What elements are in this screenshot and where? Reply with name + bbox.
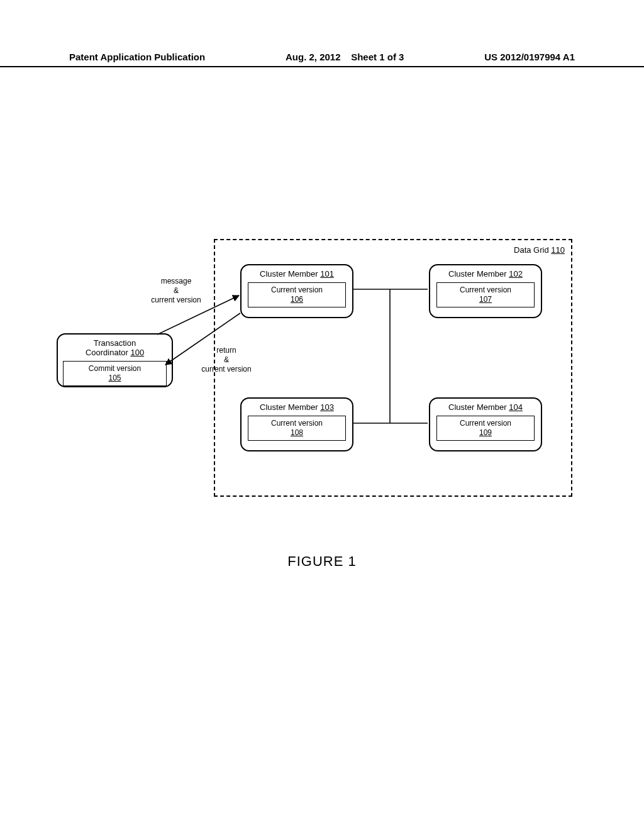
cluster-member-103-version-ref: 108 [291,428,303,437]
transaction-coordinator-commit-box: Commit version 105 [63,361,167,386]
transaction-coordinator-commit-text: Commit version [89,364,141,373]
cluster-member-102-title-text: Cluster Member [448,269,506,279]
edge-label-message-l3: current version [151,296,201,304]
cluster-member-102-ref: 102 [509,269,523,279]
transaction-coordinator-ref: 100 [130,348,144,357]
cluster-member-101-title-text: Cluster Member [260,269,318,279]
cluster-member-101-title: Cluster Member 101 [248,269,346,279]
data-grid-label-ref: 110 [551,245,565,255]
cluster-member-102-version-text: Current version [460,285,511,294]
cluster-member-102-title: Cluster Member 102 [436,269,535,279]
cluster-member-104-ref: 104 [509,402,523,412]
transaction-coordinator-commit-ref: 105 [108,374,121,382]
data-grid-label: Data Grid 110 [514,245,565,255]
edge-label-message: message & current version [138,277,214,305]
data-grid-label-text: Data Grid [514,245,549,255]
cluster-member-102: Cluster Member 102 Current version 107 [429,264,542,318]
transaction-coordinator-title-text2: Coordinator [86,348,131,357]
cluster-member-104-version-ref: 109 [479,428,492,437]
cluster-member-104-title: Cluster Member 104 [436,402,535,412]
cluster-member-101-ref: 101 [320,269,334,279]
page-header: Patent Application Publication Aug. 2, 2… [0,52,644,67]
edge-label-return: return & current version [189,346,264,374]
cluster-member-102-version-ref: 107 [479,295,492,304]
edge-label-message-l2: & [174,286,179,295]
cluster-member-104-version-box: Current version 109 [436,416,535,441]
header-sheet: Sheet 1 of 3 [351,52,404,62]
cluster-member-101-version-text: Current version [271,285,323,294]
transaction-coordinator-title: Transaction Coordinator 100 [63,338,167,357]
cluster-member-103-title: Cluster Member 103 [248,402,346,412]
cluster-member-104-title-text: Cluster Member [448,402,506,412]
edge-label-message-l1: message [161,277,192,285]
cluster-member-103: Cluster Member 103 Current version 108 [240,397,353,451]
figure-caption: FIGURE 1 [0,553,644,570]
cluster-member-102-version-box: Current version 107 [436,282,535,307]
edge-label-return-l2: & [224,355,229,364]
cluster-member-104-version-text: Current version [460,419,511,428]
transaction-coordinator: Transaction Coordinator 100 Commit versi… [57,333,173,387]
transaction-coordinator-title-text: Transaction [94,338,136,348]
cluster-member-101-version-ref: 106 [291,295,303,304]
cluster-member-103-title-text: Cluster Member [260,402,318,412]
patent-page: Patent Application Publication Aug. 2, 2… [0,0,644,830]
header-pubno: US 2012/0197994 A1 [484,52,575,62]
figure-1-diagram: Data Grid 110 Cluster Member 101 Current… [57,239,572,509]
header-publication-type: Patent Application Publication [69,52,205,62]
edge-label-return-l1: return [216,346,236,355]
cluster-member-104: Cluster Member 104 Current version 109 [429,397,542,451]
edge-label-return-l3: current version [201,365,251,374]
data-grid-region: Data Grid 110 Cluster Member 101 Current… [214,239,572,497]
cluster-member-101: Cluster Member 101 Current version 106 [240,264,353,318]
header-date: Aug. 2, 2012 [286,52,341,62]
cluster-member-103-version-box: Current version 108 [248,416,346,441]
cluster-member-103-ref: 103 [320,402,334,412]
cluster-member-101-version-box: Current version 106 [248,282,346,307]
cluster-member-103-version-text: Current version [271,419,323,428]
header-middle: Aug. 2, 2012 Sheet 1 of 3 [286,52,404,62]
